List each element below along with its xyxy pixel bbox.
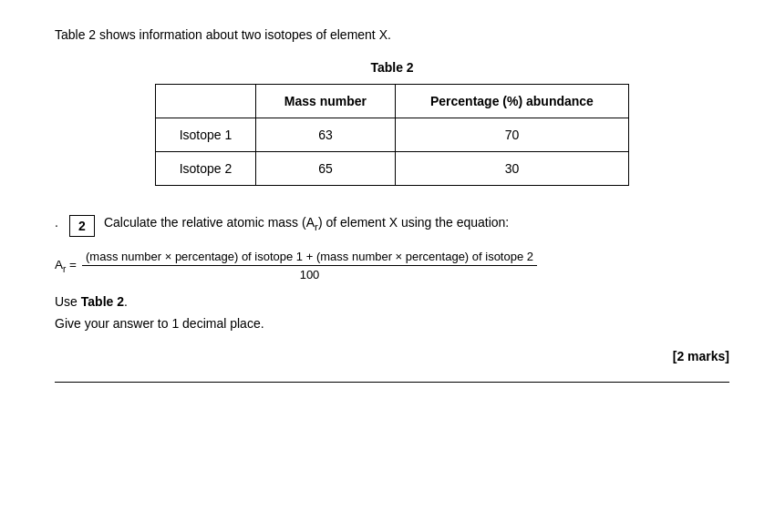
isotope2-label: Isotope 2 [156,152,256,186]
table-row: Isotope 2 65 30 [156,152,629,186]
fraction: (mass number × percentage) of isotope 1 … [82,250,537,281]
isotope-table: Mass number Percentage (%) abundance Iso… [155,84,629,186]
fraction-denominator: 100 [296,266,324,281]
bottom-divider [55,382,729,383]
isotope2-mass: 65 [256,152,396,186]
table-wrapper: Mass number Percentage (%) abundance Iso… [55,84,729,186]
marks-text: [2 marks] [55,349,729,363]
use-table-text: Use Table 2. [55,294,729,309]
col-header-abundance: Percentage (%) abundance [395,85,628,118]
col-header-empty [156,85,256,118]
col-header-mass: Mass number [256,85,396,118]
give-answer-text: Give your answer to 1 decimal place. [55,316,729,331]
question-number-box: 2 [69,215,95,237]
dot-prefix: . [55,215,58,230]
question-row: . 2 Calculate the relative atomic mass (… [55,213,729,237]
table-title: Table 2 [55,60,729,75]
table-row: Isotope 1 63 70 [156,118,629,152]
formula-block: Ar = (mass number × percentage) of isoto… [55,250,729,281]
question-section: . 2 Calculate the relative atomic mass (… [55,213,729,363]
question-text: Calculate the relative atomic mass (Ar) … [104,213,509,234]
formula-label: Ar = [55,258,77,274]
isotope1-abundance: 70 [395,118,628,152]
intro-text: Table 2 shows information about two isot… [55,27,729,42]
isotope2-abundance: 30 [395,152,628,186]
fraction-numerator: (mass number × percentage) of isotope 1 … [82,250,537,266]
isotope1-mass: 63 [256,118,396,152]
isotope1-label: Isotope 1 [156,118,256,152]
